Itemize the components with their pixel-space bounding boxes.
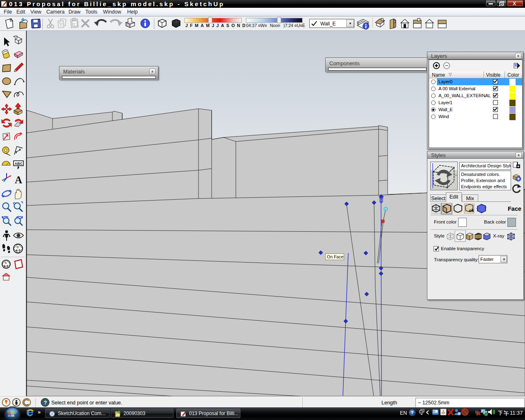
svg-text:A-5: A-5 (16, 249, 20, 252)
svg-text:)7:24 ¤U¤È: )7:24 ¤U¤È (283, 23, 305, 28)
svg-text:04:37 ¤W¤: 04:37 ¤W¤ (246, 23, 267, 28)
svg-text:ok: ok (469, 208, 475, 213)
svg-text:ABC: ABC (15, 162, 23, 166)
svg-text:A: A (15, 174, 22, 185)
svg-text:A-5: A-5 (4, 265, 8, 267)
svg-text:On Face: On Face (327, 254, 343, 259)
svg-text:JFMAMJJASOND: JFMAMJJASOND (185, 23, 248, 28)
svg-text:C: C (5, 261, 7, 265)
svg-text:C: C (17, 245, 19, 249)
svg-text:Noon: Noon (270, 23, 280, 28)
svg-text:?: ? (44, 399, 47, 406)
